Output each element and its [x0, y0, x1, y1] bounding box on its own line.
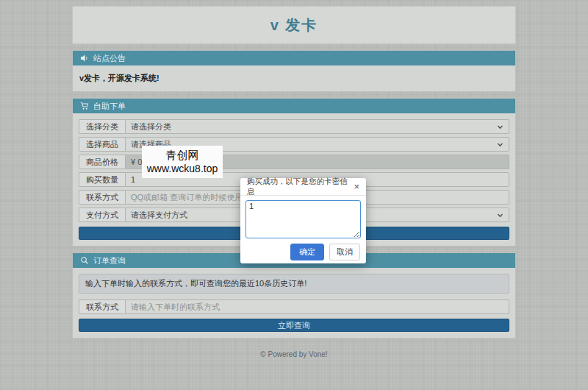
price-label: 商品价格 — [79, 155, 125, 169]
modal-title: 购买成功，以下是您的卡密信息 — [247, 177, 354, 197]
chevron-down-icon — [497, 141, 503, 148]
order-form-header: 自助下单 — [73, 99, 515, 113]
order-query-title: 订单查询 — [93, 255, 126, 266]
category-selected-value: 请选择分类 — [131, 121, 171, 132]
close-icon[interactable]: × — [354, 182, 359, 191]
watermark: 青创网 www.wcku8.top — [142, 146, 223, 178]
query-contact-label: 联系方式 — [79, 299, 125, 314]
modal-header: 购买成功，以下是您的卡密信息 × — [240, 178, 366, 196]
payment-selected-value: 请选择支付方式 — [131, 210, 187, 221]
category-label: 选择分类 — [79, 119, 125, 134]
chevron-down-icon — [497, 124, 503, 130]
purchase-success-modal: 购买成功，以下是您的卡密信息 × 1 确定 取消 — [240, 178, 366, 263]
contact-label: 联系方式 — [79, 190, 125, 205]
confirm-button[interactable]: 确定 — [290, 244, 324, 260]
query-submit-button[interactable]: 立即查询 — [79, 319, 509, 332]
cart-icon — [80, 102, 89, 110]
page-title: v 发卡 — [270, 15, 318, 35]
footer-credit: © Powered by Vone! — [72, 350, 516, 358]
payment-label: 支付方式 — [79, 208, 125, 222]
card-info-textarea[interactable]: 1 — [245, 200, 361, 238]
query-notice: 输入下单时输入的联系方式，即可查询您的最近10条历史订单! — [79, 274, 509, 294]
chevron-down-icon — [497, 212, 503, 219]
speaker-icon — [80, 54, 89, 63]
category-select[interactable]: 请选择分类 — [125, 119, 509, 134]
announcement-title: 站点公告 — [93, 53, 126, 64]
announcement-header: 站点公告 — [73, 51, 515, 65]
quantity-label: 购买数量 — [79, 172, 125, 187]
site-header: v 发卡 — [72, 6, 516, 44]
product-label: 选择商品 — [79, 137, 125, 152]
announcement-panel: 站点公告 v发卡，开源发卡系统! — [72, 50, 516, 92]
modal-footer: 确定 取消 — [240, 238, 366, 260]
watermark-line2: www.wcku8.top — [147, 163, 218, 176]
watermark-line1: 青创网 — [166, 149, 199, 163]
query-contact-input[interactable] — [125, 299, 509, 314]
search-icon — [80, 256, 89, 265]
modal-body: 1 — [240, 196, 366, 238]
cancel-button[interactable]: 取消 — [329, 244, 360, 260]
order-form-title: 自助下单 — [93, 101, 126, 112]
order-query-panel: 订单查询 输入下单时输入的联系方式，即可查询您的最近10条历史订单! 联系方式 … — [72, 252, 516, 338]
announcement-text: v发卡，开源发卡系统! — [79, 71, 509, 85]
